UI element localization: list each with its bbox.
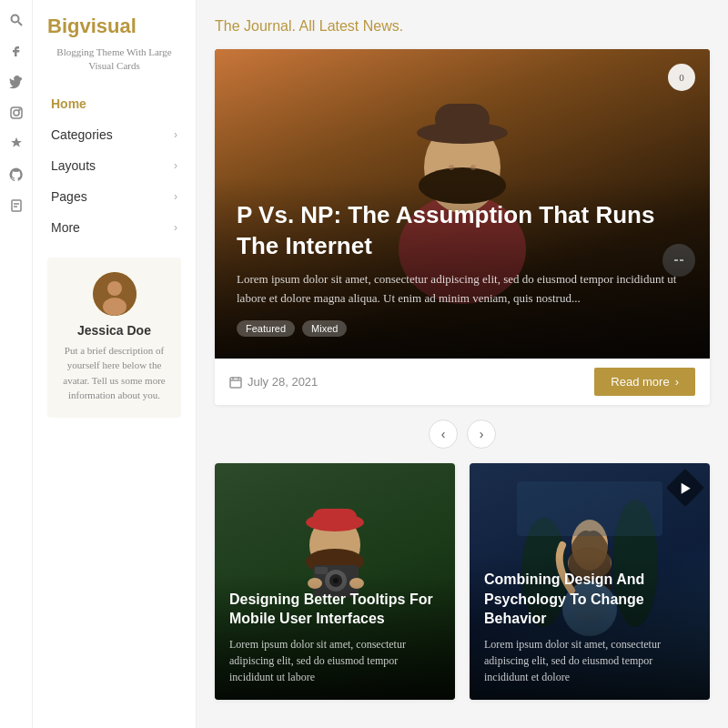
- svg-point-4: [19, 109, 20, 110]
- article-1-title: Designing Better Tooltips For Mobile Use…: [229, 590, 440, 629]
- facebook-icon[interactable]: [9, 44, 24, 58]
- sidebar-item-home[interactable]: Home: [33, 88, 196, 119]
- carousel-navigation: ‹ ›: [215, 420, 710, 449]
- article-1-content: Designing Better Tooltips For Mobile Use…: [215, 575, 455, 700]
- carousel-prev-button[interactable]: ‹: [429, 420, 458, 449]
- svg-point-0: [11, 15, 18, 23]
- instagram-icon[interactable]: [9, 106, 24, 120]
- sidebar-item-categories[interactable]: Categories ›: [33, 119, 196, 150]
- article-2-content: Combining Design And Psychology To Chang…: [470, 555, 710, 700]
- svg-point-10: [103, 298, 126, 316]
- article-card-2[interactable]: Combining Design And Psychology To Chang…: [470, 463, 710, 700]
- featured-tags: Featured Mixed: [237, 319, 688, 337]
- bookmark-icon[interactable]: [9, 198, 24, 213]
- svg-rect-5: [12, 200, 21, 211]
- featured-card: 0 P Vs. NP: The Assumption That Runs The…: [215, 49, 710, 405]
- brand-tagline: Blogging Theme With Large Visual Cards: [33, 46, 196, 88]
- featured-overlay: P Vs. NP: The Assumption That Runs The I…: [215, 178, 710, 359]
- brand-logo: Bigvisual: [33, 15, 196, 46]
- profile-description: Put a brief description of yourself here…: [62, 343, 167, 403]
- article-grid: Designing Better Tooltips For Mobile Use…: [215, 463, 710, 700]
- article-1-excerpt: Lorem ipsum dolor sit amet, consectetur …: [229, 636, 440, 685]
- tag-mixed[interactable]: Mixed: [302, 320, 347, 337]
- twitter-icon[interactable]: [9, 75, 24, 89]
- featured-title: P Vs. NP: The Assumption That Runs The I…: [237, 200, 688, 262]
- featured-image: 0 P Vs. NP: The Assumption That Runs The…: [215, 49, 710, 359]
- article-2-excerpt: Lorem ipsum dolor sit amet, consectetur …: [484, 636, 695, 685]
- svg-point-3: [14, 110, 19, 116]
- main-content: The Journal. All Latest News.: [197, 0, 728, 728]
- chevron-right-icon: ›: [174, 159, 177, 172]
- svg-point-17: [470, 165, 476, 170]
- icon-bar: [0, 0, 33, 728]
- profile-name: Jessica Doe: [62, 323, 167, 338]
- svg-rect-26: [313, 509, 357, 525]
- carousel-next-button[interactable]: ›: [467, 420, 496, 449]
- profile-section: Jessica Doe Put a brief description of y…: [47, 258, 181, 418]
- calendar-icon: [229, 376, 242, 389]
- chevron-right-icon: ›: [174, 128, 177, 141]
- avatar: [93, 272, 136, 316]
- svg-line-1: [18, 22, 22, 25]
- article-date: July 28, 2021: [229, 375, 318, 389]
- svg-point-9: [107, 281, 122, 296]
- sidebar-item-pages[interactable]: Pages ›: [33, 181, 196, 212]
- svg-rect-40: [517, 481, 662, 536]
- article-2-title: Combining Design And Psychology To Chang…: [484, 570, 695, 629]
- brand-name: Bigvisual: [47, 15, 181, 38]
- search-icon[interactable]: [9, 13, 24, 27]
- star-icon[interactable]: [9, 136, 24, 151]
- comment-count: 0: [668, 64, 695, 91]
- featured-excerpt: Lorem ipsum dolor sit amet, consectetur …: [237, 270, 688, 308]
- sidebar-item-layouts[interactable]: Layouts ›: [33, 150, 196, 181]
- arrow-right-icon: ›: [675, 375, 679, 389]
- card-footer: July 28, 2021 Read more ›: [215, 359, 710, 405]
- github-icon[interactable]: [9, 167, 24, 182]
- read-more-button[interactable]: Read more ›: [594, 368, 695, 396]
- svg-rect-32: [315, 567, 328, 574]
- svg-point-16: [449, 165, 454, 170]
- article-card-1[interactable]: Designing Better Tooltips For Mobile Use…: [215, 463, 455, 700]
- sidebar: Bigvisual Blogging Theme With Large Visu…: [33, 0, 197, 728]
- svg-rect-20: [230, 378, 241, 388]
- svg-rect-14: [435, 104, 490, 135]
- tag-featured[interactable]: Featured: [237, 320, 295, 337]
- page-header: The Journal. All Latest News.: [215, 18, 710, 35]
- chevron-right-icon: ›: [174, 190, 177, 203]
- chevron-right-icon: ›: [174, 221, 177, 234]
- sidebar-item-more[interactable]: More ›: [33, 212, 196, 243]
